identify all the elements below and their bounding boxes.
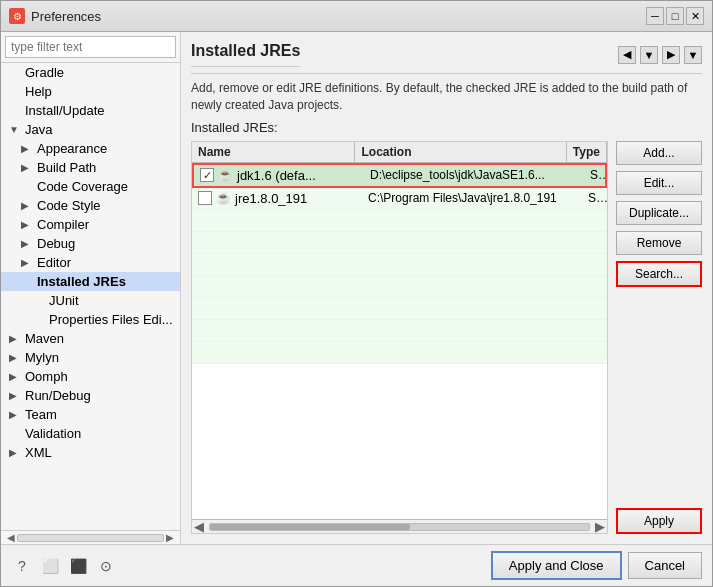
sidebar-item-build-path[interactable]: ▶ Build Path xyxy=(1,158,180,177)
sidebar-item-label: Mylyn xyxy=(25,350,59,365)
expand-arrow-icon: ▶ xyxy=(21,238,33,249)
scroll-left-icon[interactable]: ◀ xyxy=(192,519,206,534)
add-button[interactable]: Add... xyxy=(616,141,702,165)
back-nav-button[interactable]: ◀ xyxy=(618,46,636,64)
sidebar-item-appearance[interactable]: ▶ Appearance xyxy=(1,139,180,158)
sidebar-item-xml[interactable]: ▶ XML xyxy=(1,443,180,462)
table-scrollbar[interactable]: ◀ ▶ xyxy=(192,519,607,533)
back-dropdown-button[interactable]: ▼ xyxy=(640,46,658,64)
apply-close-button[interactable]: Apply and Close xyxy=(491,551,622,580)
table-row[interactable]: ☕ jdk1.6 (defa... D:\eclipse_tools\jdk\J… xyxy=(192,163,607,188)
forward-dropdown-button[interactable]: ▼ xyxy=(684,46,702,64)
sidebar: Gradle Help Install/Update ▼ Java ▶ Appe… xyxy=(1,32,181,544)
maximize-button[interactable]: □ xyxy=(666,7,684,25)
cell-name: ☕ jdk1.6 (defa... xyxy=(194,165,364,186)
sidebar-item-label: Maven xyxy=(25,331,64,346)
search-button[interactable]: Search... xyxy=(616,261,702,287)
close-button[interactable]: ✕ xyxy=(686,7,704,25)
remove-button[interactable]: Remove xyxy=(616,231,702,255)
preferences-window: ⚙ Preferences ─ □ ✕ Gradle Help xyxy=(0,0,713,587)
jre-section-label: Installed JREs: xyxy=(191,120,702,135)
apply-right-button[interactable]: Apply xyxy=(616,508,702,534)
settings-icon[interactable]: ⊙ xyxy=(95,555,117,577)
sidebar-tree: Gradle Help Install/Update ▼ Java ▶ Appe… xyxy=(1,63,180,530)
sidebar-item-label: Installed JREs xyxy=(37,274,126,289)
panel-with-buttons: Name Location Type ☕ jdk1.6 (defa... D:\… xyxy=(191,141,702,534)
sidebar-item-team[interactable]: ▶ Team xyxy=(1,405,180,424)
table-row-empty xyxy=(192,276,607,298)
horizontal-scrollbar[interactable] xyxy=(209,523,590,531)
sidebar-item-label: Java xyxy=(25,122,52,137)
filter-input[interactable] xyxy=(5,36,176,58)
sidebar-item-install-update[interactable]: Install/Update xyxy=(1,101,180,120)
column-header-location: Location xyxy=(355,142,566,162)
sidebar-item-label: XML xyxy=(25,445,52,460)
sidebar-item-gradle[interactable]: Gradle xyxy=(1,63,180,82)
cell-location: D:\eclipse_tools\jdk\JavaSE1.6... xyxy=(364,165,584,185)
sidebar-item-java[interactable]: ▼ Java xyxy=(1,120,180,139)
sidebar-scrollbar[interactable]: ◀ ▶ xyxy=(1,530,180,544)
export-icon[interactable]: ⬜ xyxy=(39,555,61,577)
jre-icon: ☕ xyxy=(216,191,231,205)
sidebar-item-mylyn[interactable]: ▶ Mylyn xyxy=(1,348,180,367)
jre-name: jdk1.6 (defa... xyxy=(237,168,316,183)
minimize-button[interactable]: ─ xyxy=(646,7,664,25)
main-content: Gradle Help Install/Update ▼ Java ▶ Appe… xyxy=(1,32,712,544)
column-header-name: Name xyxy=(192,142,355,162)
table-body: ☕ jdk1.6 (defa... D:\eclipse_tools\jdk\J… xyxy=(192,163,607,519)
sidebar-item-help[interactable]: Help xyxy=(1,82,180,101)
edit-button[interactable]: Edit... xyxy=(616,171,702,195)
import-icon[interactable]: ⬛ xyxy=(67,555,89,577)
bottom-bar: ? ⬜ ⬛ ⊙ Apply and Close Cancel xyxy=(1,544,712,586)
scroll-right-icon[interactable]: ▶ xyxy=(593,519,607,534)
sidebar-item-junit[interactable]: JUnit xyxy=(1,291,180,310)
cancel-button[interactable]: Cancel xyxy=(628,552,702,579)
sidebar-item-label: Help xyxy=(25,84,52,99)
sidebar-item-label: Validation xyxy=(25,426,81,441)
sidebar-item-label: Team xyxy=(25,407,57,422)
sidebar-item-installed-jres[interactable]: Installed JREs xyxy=(1,272,180,291)
sidebar-item-label: Code Style xyxy=(37,198,101,213)
sidebar-item-label: Properties Files Edi... xyxy=(49,312,173,327)
sidebar-item-code-coverage[interactable]: Code Coverage xyxy=(1,177,180,196)
horizontal-scrollbar[interactable] xyxy=(17,534,164,542)
help-icon[interactable]: ? xyxy=(11,555,33,577)
row-checkbox[interactable] xyxy=(198,191,212,205)
sidebar-item-label: Debug xyxy=(37,236,75,251)
sidebar-item-label: JUnit xyxy=(49,293,79,308)
jre-icon: ☕ xyxy=(218,168,233,182)
sidebar-item-label: Build Path xyxy=(37,160,96,175)
sidebar-item-oomph[interactable]: ▶ Oomph xyxy=(1,367,180,386)
sidebar-item-maven[interactable]: ▶ Maven xyxy=(1,329,180,348)
window-title: Preferences xyxy=(31,9,640,24)
sidebar-item-properties-files[interactable]: Properties Files Edi... xyxy=(1,310,180,329)
panel-title: Installed JREs xyxy=(191,42,300,67)
sidebar-item-validation[interactable]: Validation xyxy=(1,424,180,443)
sidebar-item-editor[interactable]: ▶ Editor xyxy=(1,253,180,272)
forward-nav-button[interactable]: ▶ xyxy=(662,46,680,64)
expand-arrow-icon: ▶ xyxy=(9,333,21,344)
sidebar-item-label: Appearance xyxy=(37,141,107,156)
scroll-right-icon[interactable]: ▶ xyxy=(164,532,176,543)
window-controls: ─ □ ✕ xyxy=(646,7,704,25)
expand-arrow-icon: ▶ xyxy=(9,352,21,363)
sidebar-item-run-debug[interactable]: ▶ Run/Debug xyxy=(1,386,180,405)
expand-arrow-icon: ▶ xyxy=(21,257,33,268)
sidebar-item-debug[interactable]: ▶ Debug xyxy=(1,234,180,253)
row-checkbox[interactable] xyxy=(200,168,214,182)
sidebar-item-compiler[interactable]: ▶ Compiler xyxy=(1,215,180,234)
expand-arrow-icon: ▶ xyxy=(9,409,21,420)
table-row[interactable]: ☕ jre1.8.0_191 C:\Program Files\Java\jre… xyxy=(192,188,607,210)
expand-arrow-icon: ▶ xyxy=(21,162,33,173)
nav-buttons: ◀ ▼ ▶ ▼ xyxy=(618,46,702,64)
sidebar-item-label: Code Coverage xyxy=(37,179,128,194)
cell-type: Stand... xyxy=(584,165,605,185)
sidebar-item-code-style[interactable]: ▶ Code Style xyxy=(1,196,180,215)
scroll-left-icon[interactable]: ◀ xyxy=(5,532,17,543)
expand-arrow-icon: ▶ xyxy=(21,219,33,230)
jre-name: jre1.8.0_191 xyxy=(235,191,307,206)
duplicate-button[interactable]: Duplicate... xyxy=(616,201,702,225)
cell-name: ☕ jre1.8.0_191 xyxy=(192,188,362,209)
sidebar-item-label: Compiler xyxy=(37,217,89,232)
right-panel: Installed JREs ◀ ▼ ▶ ▼ Add, remove or ed… xyxy=(181,32,712,544)
